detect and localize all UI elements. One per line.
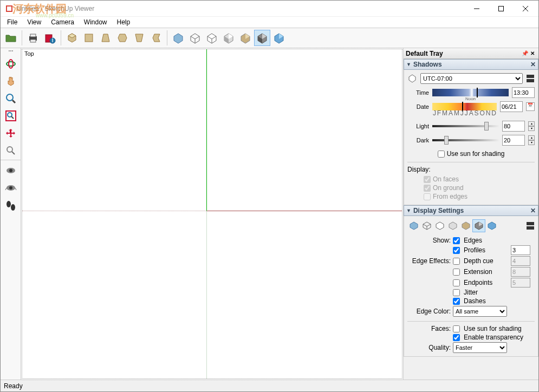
enable-transparency-checkbox[interactable] [453,334,460,341]
zoom-extents-button[interactable] [3,125,19,141]
display-label: Display: [407,166,535,173]
calendar-icon[interactable]: 📅 [526,102,535,111]
ds-wireframe-button[interactable] [420,219,433,232]
back-view-button[interactable] [131,30,147,46]
profiles-checkbox[interactable] [453,247,460,254]
monochrome-style-button[interactable] [254,30,270,46]
right-view-button[interactable] [114,30,131,46]
menu-window[interactable]: Window [80,17,112,27]
ds-monochrome-button[interactable] [472,219,485,232]
profiles-input[interactable] [511,245,530,255]
menu-bar: File View Camera Window Help [1,17,538,28]
use-sun-checkbox[interactable] [438,151,445,158]
date-input[interactable] [500,101,523,112]
open-file-button[interactable] [3,30,19,46]
svg-rect-28 [527,75,534,78]
viewport[interactable]: Top [22,49,402,379]
extension-checkbox[interactable] [453,269,460,276]
svg-rect-12 [85,34,93,42]
time-slider[interactable]: Noon [432,89,509,96]
light-input[interactable] [502,121,525,132]
walk-button[interactable] [3,198,19,214]
shadow-settings-icon[interactable] [526,74,535,83]
depth-cue-checkbox[interactable] [453,258,460,265]
dark-slider[interactable] [432,139,499,141]
svg-line-19 [11,116,14,119]
pin-icon[interactable]: 📌 [521,50,529,57]
ds-xray-button[interactable] [407,219,420,232]
menu-camera[interactable]: Camera [47,17,79,27]
shadows-panel-header[interactable]: ▼ Shadows ✕ [404,59,538,70]
previous-view-button[interactable] [3,142,19,159]
tray-header[interactable]: Default Tray 📌 ✕ [404,48,538,59]
model-info-button[interactable]: i [42,30,58,46]
shadows-close-icon[interactable]: ✕ [530,61,536,68]
status-bar: Ready [1,380,538,391]
ds-colorlayer-button[interactable] [485,219,498,232]
zoom-button[interactable] [3,90,19,107]
iso-view-button[interactable] [64,30,80,46]
display-settings-close-icon[interactable]: ✕ [530,207,536,214]
dashes-checkbox[interactable] [453,298,460,305]
edge-color-select[interactable]: All same [453,306,507,317]
pan-button[interactable] [3,73,19,89]
display-settings-title: Display Settings [413,207,464,214]
wireframe-style-button[interactable] [187,30,203,46]
hiddenline-style-button[interactable] [204,30,220,46]
maximize-button[interactable] [489,1,513,16]
svg-rect-31 [527,226,534,230]
light-spin-down[interactable]: ▾ [528,126,535,131]
position-camera-button[interactable] [3,163,19,179]
timezone-select[interactable]: UTC-07:00 [420,73,523,84]
shaded-textures-style-button[interactable] [237,30,254,46]
endpoints-checkbox[interactable] [453,279,460,286]
use-sun-shading-checkbox[interactable] [453,325,460,332]
menu-help[interactable]: Help [113,17,135,27]
green-axis-dotted [206,211,207,378]
display-settings-panel-header[interactable]: ▼ Display Settings ✕ [404,205,538,216]
green-axis [206,49,207,211]
on-ground-checkbox [424,185,431,192]
enable-transparency-label: Enable transparency [464,334,535,341]
shadow-toggle-icon[interactable] [407,74,417,83]
print-button[interactable] [25,30,41,46]
menu-view[interactable]: View [23,17,46,27]
tray-close-icon[interactable]: ✕ [529,50,536,57]
dark-spin-down[interactable]: ▾ [528,140,535,145]
orbit-button[interactable] [3,56,19,72]
dark-spin-up[interactable]: ▴ [528,135,535,140]
zoom-window-button[interactable] [3,108,19,124]
ds-textured-button[interactable] [459,219,472,232]
jitter-checkbox[interactable] [453,289,460,296]
left-view-button[interactable] [148,30,164,46]
light-spin-up[interactable]: ▴ [528,121,535,126]
main-toolbar: i [1,28,538,48]
show-label: Show: [407,237,451,244]
close-button[interactable] [513,1,537,16]
light-slider[interactable] [432,125,499,127]
svg-text:i: i [52,36,54,44]
dark-input[interactable] [502,135,525,146]
ds-shaded-button[interactable] [446,219,459,232]
svg-point-14 [9,60,13,68]
edges-checkbox[interactable] [453,237,460,244]
top-view-button[interactable] [81,30,97,46]
on-faces-label: On faces [433,175,459,183]
from-edges-label: From edges [433,193,467,200]
quality-select[interactable]: Faster [453,342,507,353]
menu-file[interactable]: File [3,17,22,27]
minimize-button[interactable] [464,1,489,16]
ds-hiddenline-button[interactable] [433,219,446,232]
time-input[interactable] [512,87,535,98]
svg-point-26 [7,201,11,207]
shaded-style-button[interactable] [220,30,237,46]
date-slider[interactable]: JFMAMJJASOND [432,103,497,110]
color-by-layer-button[interactable] [271,30,287,46]
shadows-title: Shadows [413,61,442,68]
front-view-button[interactable] [98,30,114,46]
look-around-button[interactable] [3,180,19,197]
ds-settings-icon[interactable] [526,221,535,230]
xray-style-button[interactable] [170,30,186,46]
depth-cue-input [511,256,530,266]
endpoints-label: Endpoints [464,279,509,286]
